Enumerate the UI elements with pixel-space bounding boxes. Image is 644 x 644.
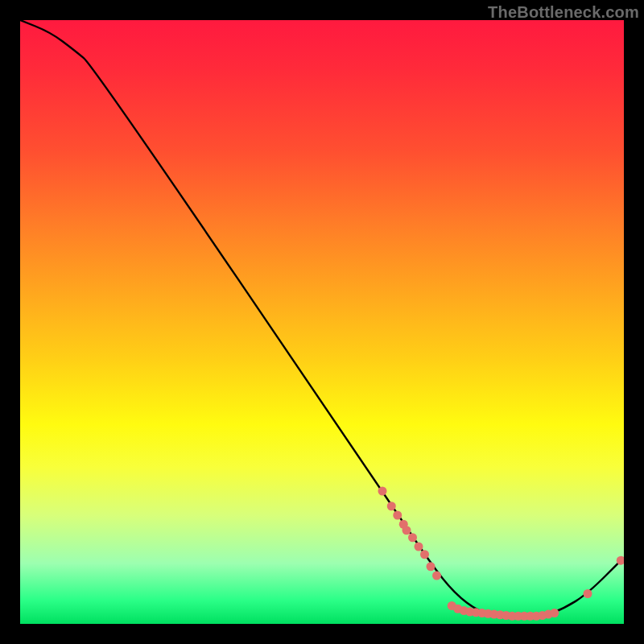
chart-root: { "watermark": "TheBottleneck.com", "cha…	[0, 0, 644, 644]
bottleneck-curve	[20, 20, 624, 618]
data-point	[387, 502, 396, 510]
plot-area	[20, 20, 624, 624]
data-point	[408, 533, 417, 542]
data-point	[402, 526, 411, 535]
data-point	[427, 562, 436, 571]
data-point	[584, 589, 592, 598]
data-point	[378, 487, 387, 496]
curve-layer	[20, 20, 624, 624]
watermark-text: TheBottleneck.com	[488, 3, 639, 22]
data-point	[550, 609, 559, 617]
data-point	[393, 511, 402, 520]
data-markers	[378, 487, 625, 621]
data-point	[415, 543, 423, 551]
data-point	[420, 550, 429, 559]
data-point	[432, 572, 441, 580]
